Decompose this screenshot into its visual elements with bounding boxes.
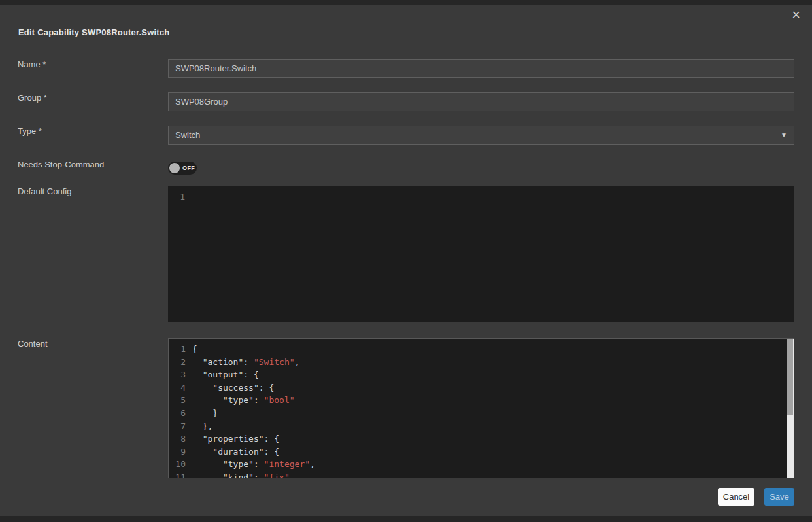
- code-text: "output": {: [192, 368, 259, 381]
- code-line: 3 "output": {: [169, 368, 794, 381]
- code-text: },: [192, 420, 212, 433]
- line-number: 4: [169, 381, 186, 394]
- code-text: "type": "integer",: [192, 458, 315, 471]
- needs-stop-command-toggle[interactable]: OFF: [168, 162, 197, 175]
- default-config-label: Default Config: [18, 186, 71, 196]
- dialog-title: Edit Capability SWP08Router.Switch: [18, 27, 169, 37]
- group-input[interactable]: [168, 92, 794, 111]
- line-number: 9: [169, 445, 186, 459]
- code-line: 6 }: [169, 407, 794, 420]
- needs-stop-command-label: Needs Stop-Command: [18, 160, 104, 169]
- code-line: 9 "duration": {: [169, 445, 794, 459]
- code-text: "action": "Switch",: [192, 356, 299, 369]
- code-line: 5 "type": "bool": [169, 394, 794, 407]
- line-number: 6: [169, 407, 186, 420]
- line-number: 5: [169, 394, 186, 407]
- code-line: 10 "type": "integer",: [169, 458, 794, 471]
- code-line: 2 "action": "Switch",: [169, 356, 794, 369]
- content-editor-scrollbar[interactable]: [787, 339, 794, 478]
- close-icon[interactable]: ×: [792, 8, 800, 22]
- type-select[interactable]: Switch ▼: [168, 126, 794, 145]
- default-config-editor[interactable]: 1: [168, 186, 794, 322]
- code-text: "kind": "fix": [192, 471, 290, 478]
- name-label: Name *: [18, 60, 46, 69]
- code-line: 1: [168, 190, 794, 203]
- edit-capability-dialog: × Edit Capability SWP08Router.Switch Nam…: [0, 5, 812, 516]
- content-code: 1{2 "action": "Switch",3 "output": {4 "s…: [169, 339, 794, 478]
- code-text: "properties": {: [192, 432, 279, 445]
- type-select-value: Switch: [175, 130, 200, 140]
- toggle-state-label: OFF: [182, 165, 195, 171]
- code-line: 8 "properties": {: [169, 432, 794, 445]
- toggle-knob: [169, 163, 180, 173]
- line-number: 10: [169, 458, 186, 471]
- code-line: 11 "kind": "fix": [169, 471, 794, 478]
- line-number: 2: [169, 356, 186, 369]
- content-label: Content: [18, 339, 48, 349]
- code-line: 4 "success": {: [169, 381, 794, 394]
- line-number: 3: [169, 368, 186, 381]
- cancel-button[interactable]: Cancel: [718, 488, 754, 506]
- group-label: Group *: [18, 93, 47, 103]
- name-input[interactable]: [168, 59, 794, 78]
- scrollbar-thumb[interactable]: [787, 339, 793, 415]
- code-text: "success": {: [192, 381, 274, 394]
- line-number: 1: [168, 190, 185, 203]
- line-number: 7: [169, 420, 186, 433]
- save-button[interactable]: Save: [764, 488, 794, 506]
- chevron-down-icon: ▼: [781, 131, 787, 139]
- code-line: 1{: [169, 343, 794, 356]
- code-line: 7 },: [169, 420, 794, 433]
- line-number: 1: [169, 343, 186, 356]
- code-text: "type": "bool": [192, 394, 295, 407]
- default-config-code: 1: [168, 186, 794, 203]
- code-text: {: [192, 343, 197, 356]
- type-label: Type *: [18, 126, 42, 136]
- line-number: 11: [169, 471, 186, 478]
- code-text: }: [192, 407, 218, 420]
- content-editor[interactable]: 1{2 "action": "Switch",3 "output": {4 "s…: [168, 338, 794, 478]
- code-text: "duration": {: [192, 445, 279, 459]
- line-number: 8: [169, 432, 186, 445]
